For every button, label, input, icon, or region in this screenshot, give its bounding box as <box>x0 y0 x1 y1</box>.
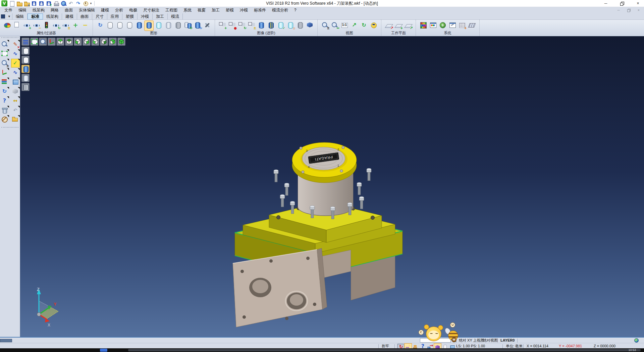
quickaccess-dropdown[interactable]: ▼ <box>89 0 93 6</box>
show-all-icon[interactable]: + <box>71 21 80 31</box>
save-icon[interactable] <box>31 0 37 6</box>
tab-application[interactable]: 应用 <box>107 13 122 19</box>
render-hidden-line-icon[interactable] <box>21 56 30 64</box>
menu-mold[interactable]: 塑模 <box>223 7 237 13</box>
view-back-icon[interactable] <box>100 38 108 46</box>
viewport-canvas[interactable]: PRAGATI 3 2 4 1 <box>20 36 644 337</box>
verify-image-icon[interactable]: ✓ <box>276 21 285 31</box>
print-icon[interactable] <box>53 0 59 6</box>
zoom-dynamic-icon[interactable] <box>39 38 47 46</box>
zoom-1-1-icon[interactable]: 1:1 <box>340 21 349 31</box>
tab-dimension[interactable]: 尺寸 <box>92 13 107 19</box>
mdi-minimize-button[interactable]: ─ <box>616 7 621 13</box>
tab-surface[interactable]: 曲面 <box>77 13 92 19</box>
history-icon[interactable] <box>83 0 89 6</box>
color-table-icon[interactable] <box>419 21 428 31</box>
attributes-editor-icon[interactable] <box>3 21 12 31</box>
workplane-origin-icon[interactable]: ↗ <box>384 21 393 31</box>
zoom-inout-icon[interactable]: ± <box>1 59 9 67</box>
view-menu-icon[interactable] <box>21 38 30 46</box>
advanced-filter-icon[interactable]: ● <box>228 21 236 31</box>
view-front-icon[interactable] <box>91 38 99 46</box>
measure-distance-icon[interactable]: ↔ <box>11 97 19 105</box>
hide-all-icon[interactable]: − <box>81 21 90 31</box>
tab-standard[interactable]: 标准 <box>28 13 43 19</box>
render-shaded-icon[interactable] <box>21 65 30 73</box>
menu-wireframe[interactable]: 线架构 <box>30 7 48 13</box>
navigation-wheel-icon[interactable] <box>1 116 9 124</box>
render-film-icon[interactable] <box>468 21 476 31</box>
help-query-icon[interactable]: ? <box>1 97 9 105</box>
advanced-toggle-icon[interactable]: ± <box>247 21 256 31</box>
close-button[interactable]: × <box>635 1 641 6</box>
redraw-icon[interactable]: ↻ <box>96 21 105 31</box>
tab-modeling[interactable]: 建模 <box>62 13 77 19</box>
menu-die[interactable]: 冲模 <box>237 7 251 13</box>
lock-indicator[interactable]: 拴牢 <box>382 344 389 349</box>
tab-edit[interactable]: 编辑 <box>12 13 28 19</box>
settings-panel-icon[interactable] <box>448 21 457 31</box>
show-entities-icon[interactable]: + <box>22 21 31 31</box>
menu-surface[interactable]: 曲面 <box>62 7 76 13</box>
advanced-add-icon[interactable]: + <box>218 21 227 31</box>
visibility-filter-icon[interactable] <box>42 21 51 31</box>
redo-icon[interactable]: ↷ <box>75 0 81 6</box>
snapshot-image-icon[interactable]: ▫ <box>286 21 295 31</box>
workplane-align-icon[interactable]: ↗ <box>404 21 413 31</box>
tab-mold-film[interactable]: 塑膜 <box>122 13 138 19</box>
refresh-visibility-icon[interactable]: ↻ <box>52 21 60 31</box>
mdi-close-button[interactable]: × <box>636 7 641 13</box>
menu-system[interactable]: 系统 <box>180 7 195 13</box>
view-right-icon[interactable] <box>83 38 91 46</box>
absolute-view-indicator[interactable]: 绝对视图 <box>483 338 498 343</box>
regen-view-icon[interactable]: ↻ <box>1 87 9 95</box>
menu-mesh[interactable]: 网格 <box>48 7 62 13</box>
menu-file[interactable]: 文件 <box>1 7 15 13</box>
delete-entities-icon[interactable]: ✎× <box>11 40 19 48</box>
delete-trash-icon[interactable] <box>1 106 9 114</box>
menu-edit[interactable]: 编辑 <box>15 7 30 13</box>
render-wireframe-icon[interactable] <box>21 47 30 55</box>
render-hatch-icon[interactable] <box>21 83 30 91</box>
import-file-icon[interactable]: + <box>23 0 30 6</box>
render-flat-icon[interactable] <box>21 74 30 82</box>
tab-flow[interactable]: 模流 <box>168 13 183 19</box>
confirm-icon[interactable]: ✓ <box>11 59 19 67</box>
view-top-icon[interactable] <box>56 38 64 46</box>
graphics-options-icon[interactable] <box>203 21 212 31</box>
color-manager-icon[interactable] <box>429 21 437 31</box>
dashed-hidden-view-icon[interactable] <box>125 21 134 31</box>
transparent-view-icon[interactable] <box>154 21 163 31</box>
curve-sketch-icon[interactable]: ∿ <box>11 69 19 77</box>
menu-dimensioning[interactable]: 尺寸标注 <box>140 7 162 13</box>
view-corner-icon[interactable] <box>109 38 117 46</box>
panel-grip-bottom[interactable] <box>1 127 18 129</box>
new-file-icon[interactable] <box>9 0 15 6</box>
wireframe-view-icon[interactable] <box>106 21 114 31</box>
solid-cube-icon[interactable] <box>306 21 314 31</box>
open-file-icon[interactable] <box>16 0 22 6</box>
zoom-pan-icon[interactable] <box>1 40 9 48</box>
view-mode-indicator[interactable]: 绝对 XY 上视图 <box>459 338 484 343</box>
menu-analysis[interactable]: 分析 <box>112 7 126 13</box>
menu-help[interactable]: ? <box>291 7 300 13</box>
shaded-view-icon[interactable] <box>145 21 153 31</box>
view-bottom-icon[interactable] <box>65 38 73 46</box>
save-all-icon[interactable]: ↑ <box>46 0 52 6</box>
snap-grid-icon[interactable]: + <box>458 21 467 31</box>
invert-visibility-icon[interactable]: ± <box>61 21 70 31</box>
menu-flow-analysis[interactable]: 模流分析 <box>269 7 291 13</box>
spline-edit-icon[interactable]: ∿ <box>11 50 19 58</box>
mdi-restore-button[interactable] <box>626 7 631 13</box>
save-as-icon[interactable] <box>38 0 44 6</box>
striped-cylinder-icon[interactable] <box>267 21 275 31</box>
hidden-line-view-icon[interactable] <box>115 21 124 31</box>
view-left-icon[interactable] <box>74 38 82 46</box>
restore-button[interactable] <box>619 1 625 6</box>
observer-view-icon[interactable] <box>369 21 378 31</box>
taskbar-item[interactable] <box>100 349 107 352</box>
attributes-copy-icon[interactable] <box>13 21 21 31</box>
grid-window-icon[interactable] <box>11 78 19 86</box>
section-cylinder-icon[interactable] <box>257 21 266 31</box>
workplane-new-icon[interactable]: + <box>394 21 403 31</box>
